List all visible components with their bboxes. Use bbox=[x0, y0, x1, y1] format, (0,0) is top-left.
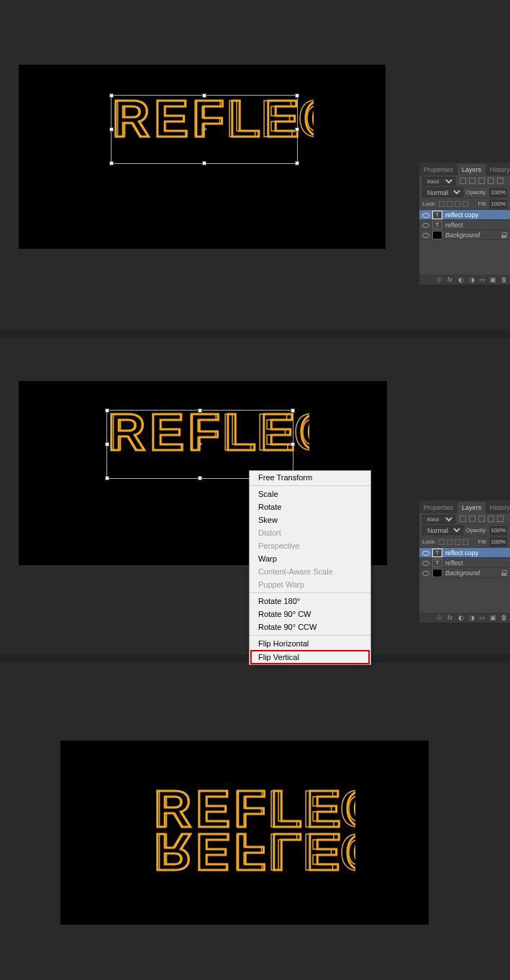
reflect-text-mirrored[interactable]: REFLECT REFLECT REFLECT REFLECT bbox=[154, 777, 355, 899]
menu-scale[interactable]: Scale bbox=[250, 487, 370, 500]
layer-thumbnail[interactable]: T bbox=[432, 221, 442, 229]
transform-handle[interactable] bbox=[109, 161, 114, 165]
transform-handle[interactable] bbox=[202, 93, 206, 98]
layer-row[interactable]: T reflect copy bbox=[419, 210, 510, 220]
link-layers-icon[interactable]: ⦾ bbox=[436, 277, 442, 283]
layer-name[interactable]: Background bbox=[445, 232, 480, 239]
adjustment-layer-icon[interactable]: ◑ bbox=[468, 615, 475, 621]
lock-transparency-icon[interactable] bbox=[439, 539, 445, 545]
layer-name[interactable]: reflect bbox=[445, 559, 463, 567]
menu-flip-horizontal[interactable]: Flip Horizontal bbox=[250, 637, 370, 650]
tab-layers[interactable]: Layers bbox=[457, 502, 486, 513]
layer-thumbnail[interactable]: T bbox=[432, 559, 442, 567]
menu-rotate-90-cw[interactable]: Rotate 90° CW bbox=[250, 608, 370, 620]
layer-name[interactable]: reflect bbox=[445, 221, 463, 229]
transform-handle[interactable] bbox=[105, 476, 109, 480]
menu-flip-vertical[interactable]: Flip Vertical bbox=[251, 651, 369, 664]
transform-handle[interactable] bbox=[105, 442, 109, 447]
transform-bounding-box[interactable]: ✦ bbox=[106, 410, 293, 479]
lock-pixels-icon[interactable] bbox=[447, 201, 452, 207]
blend-mode-select[interactable]: Normal bbox=[422, 188, 463, 197]
layer-group-icon[interactable]: ▭ bbox=[479, 277, 486, 283]
filter-shape-icon[interactable] bbox=[488, 516, 494, 522]
transform-handle[interactable] bbox=[295, 127, 299, 132]
layer-name[interactable]: reflect copy bbox=[445, 211, 478, 219]
transform-handle[interactable] bbox=[109, 93, 114, 98]
layer-fx-icon[interactable]: fx bbox=[447, 277, 453, 283]
transform-handle[interactable] bbox=[295, 93, 299, 98]
visibility-toggle-icon[interactable] bbox=[422, 569, 429, 577]
visibility-toggle-icon[interactable] bbox=[422, 211, 429, 219]
layer-row[interactable]: T reflect bbox=[419, 220, 510, 230]
layer-fx-icon[interactable]: fx bbox=[447, 615, 453, 621]
transform-handle[interactable] bbox=[291, 442, 295, 447]
opacity-input[interactable] bbox=[490, 526, 507, 535]
tab-history[interactable]: History bbox=[486, 164, 510, 175]
visibility-toggle-icon[interactable] bbox=[422, 549, 429, 557]
layer-row[interactable]: Background bbox=[419, 568, 510, 578]
layer-name[interactable]: Background bbox=[445, 569, 480, 577]
tab-history[interactable]: History bbox=[486, 502, 510, 513]
visibility-toggle-icon[interactable] bbox=[422, 232, 429, 239]
menu-skew[interactable]: Skew bbox=[250, 513, 370, 526]
menu-rotate[interactable]: Rotate bbox=[250, 500, 370, 513]
lock-all-icon[interactable] bbox=[463, 201, 468, 207]
layer-kind-filter[interactable]: Kind bbox=[422, 177, 455, 186]
layer-kind-filter[interactable]: Kind bbox=[422, 515, 455, 523]
transform-handle[interactable] bbox=[198, 408, 202, 413]
link-layers-icon[interactable]: ⦾ bbox=[436, 615, 442, 621]
layer-mask-icon[interactable]: ◐ bbox=[457, 277, 464, 283]
layer-row[interactable]: T reflect bbox=[419, 558, 510, 568]
transform-handle[interactable] bbox=[291, 408, 295, 413]
filter-adjustment-icon[interactable] bbox=[469, 178, 475, 184]
menu-warp[interactable]: Warp bbox=[250, 552, 370, 565]
layer-thumbnail[interactable] bbox=[432, 569, 442, 577]
layer-row[interactable]: Background bbox=[419, 230, 510, 240]
transform-handle[interactable] bbox=[198, 476, 202, 480]
transform-handle[interactable] bbox=[295, 161, 299, 165]
lock-transparency-icon[interactable] bbox=[439, 201, 445, 207]
menu-free-transform[interactable]: Free Transform bbox=[250, 471, 370, 484]
canvas[interactable]: REFLECT REFLECT ✦ bbox=[19, 65, 386, 249]
fill-input[interactable] bbox=[490, 200, 507, 209]
lock-position-icon[interactable] bbox=[455, 539, 460, 545]
tab-properties[interactable]: Properties bbox=[419, 502, 457, 513]
transform-anchor-icon[interactable]: ✦ bbox=[196, 441, 204, 448]
visibility-toggle-icon[interactable] bbox=[422, 221, 429, 229]
filter-smart-icon[interactable] bbox=[497, 178, 504, 184]
lock-all-icon[interactable] bbox=[463, 539, 468, 545]
layer-group-icon[interactable]: ▭ bbox=[479, 615, 486, 621]
new-layer-icon[interactable]: ▣ bbox=[490, 277, 496, 283]
delete-layer-icon[interactable]: 🗑 bbox=[501, 277, 507, 283]
transform-bounding-box[interactable]: ✦ bbox=[111, 95, 298, 164]
menu-rotate-90-ccw[interactable]: Rotate 90° CCW bbox=[250, 620, 370, 633]
lock-pixels-icon[interactable] bbox=[447, 539, 452, 545]
new-layer-icon[interactable]: ▣ bbox=[490, 615, 496, 621]
transform-handle[interactable] bbox=[105, 408, 109, 413]
layer-mask-icon[interactable]: ◐ bbox=[457, 615, 464, 621]
filter-pixel-icon[interactable] bbox=[460, 516, 466, 522]
layer-filter-icons[interactable] bbox=[460, 178, 504, 184]
layer-row[interactable]: T reflect copy bbox=[419, 548, 510, 558]
layer-name[interactable]: reflect copy bbox=[445, 549, 478, 557]
layer-filter-icons[interactable] bbox=[460, 516, 504, 522]
opacity-input[interactable] bbox=[490, 188, 507, 197]
tab-layers[interactable]: Layers bbox=[457, 164, 486, 175]
transform-handle[interactable] bbox=[202, 161, 206, 165]
adjustment-layer-icon[interactable]: ◑ bbox=[468, 277, 475, 283]
delete-layer-icon[interactable]: 🗑 bbox=[501, 615, 507, 621]
transform-handle[interactable] bbox=[109, 127, 114, 132]
tab-properties[interactable]: Properties bbox=[419, 164, 457, 175]
filter-shape-icon[interactable] bbox=[488, 178, 494, 184]
filter-type-icon[interactable] bbox=[478, 178, 485, 184]
filter-pixel-icon[interactable] bbox=[460, 178, 466, 184]
canvas[interactable]: REFLECT REFLECT REFLECT REFLECT bbox=[60, 741, 429, 925]
menu-rotate-180[interactable]: Rotate 180° bbox=[250, 595, 370, 608]
layer-thumbnail[interactable]: T bbox=[432, 549, 442, 557]
visibility-toggle-icon[interactable] bbox=[422, 559, 429, 567]
filter-smart-icon[interactable] bbox=[497, 516, 504, 522]
filter-adjustment-icon[interactable] bbox=[469, 516, 475, 522]
blend-mode-select[interactable]: Normal bbox=[422, 526, 463, 535]
transform-anchor-icon[interactable]: ✦ bbox=[201, 126, 208, 133]
layer-thumbnail[interactable] bbox=[432, 231, 442, 239]
